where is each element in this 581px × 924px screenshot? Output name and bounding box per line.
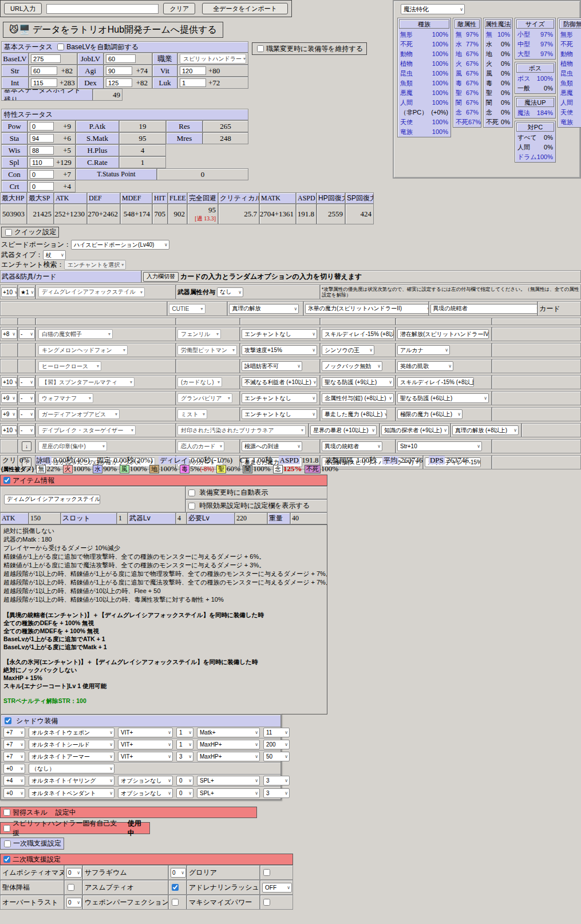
weapon-enchant1-select[interactable]: 真理の解放 <box>229 304 299 314</box>
item-select[interactable]: 白猫の魔女帽子 <box>38 329 113 339</box>
skill-level-select[interactable]: 0 <box>66 868 82 878</box>
shadow-opt1-value-select[interactable]: 1 <box>176 740 193 749</box>
dex-input[interactable] <box>106 78 132 87</box>
item-select[interactable]: ヒーロークロース <box>38 361 101 371</box>
learned-skills-checkbox[interactable] <box>3 809 10 816</box>
weapon-card-select[interactable]: CUTIE <box>169 304 205 314</box>
skill-checkbox[interactable] <box>68 884 74 891</box>
skill-checkbox[interactable] <box>172 899 179 906</box>
shadow-opt1-select[interactable]: オプションなし <box>118 788 173 798</box>
enchant-search-select[interactable]: エンチャントを選択 <box>64 260 126 270</box>
weapon-type-select[interactable]: 杖 <box>43 250 66 260</box>
weapon-enchant2-select[interactable]: 氷華の魔力(スピリットハンドラーII) <box>305 304 429 314</box>
specialization-select[interactable]: 魔法特化 <box>401 4 465 14</box>
shadow-opt2-select[interactable]: SPL+ <box>197 788 260 798</box>
enchant2-select[interactable]: ノックバック無効 <box>322 361 382 371</box>
weapon-enchant3-select[interactable]: 異境の統轄者 <box>430 304 538 314</box>
enchant1-select[interactable]: エンチャントなし <box>242 409 317 419</box>
enchant3-select[interactable]: スキルディレイ-15% (+8以上) <box>397 377 474 387</box>
shadow-opt2-value-select[interactable]: 200 <box>263 740 290 749</box>
card-select[interactable]: 封印された汚染されたブリナラネア <box>177 425 306 435</box>
skill-level-select[interactable]: 0 <box>66 898 82 907</box>
skill-level-select[interactable]: 0 <box>171 868 186 878</box>
card-select[interactable]: 労働型ピットマン <box>177 345 237 355</box>
shadow-item-select[interactable]: オルタネイトウェポン <box>29 728 114 737</box>
enchant1-select[interactable]: エンチャントなし <box>242 329 317 339</box>
shadow-equip-checkbox[interactable] <box>5 717 11 724</box>
card-select[interactable]: フェンリル <box>177 329 221 339</box>
job-select[interactable]: スピリットハンドラー <box>180 54 246 64</box>
shadow-item-select[interactable]: オルタネイトアーマー <box>29 752 114 761</box>
enchant3-select[interactable]: アルカナ <box>397 345 450 355</box>
card-select[interactable]: (カードなし) <box>177 377 222 387</box>
shadow-opt2-select[interactable]: MaxHP+ <box>197 752 260 761</box>
grade-select[interactable]: - <box>19 409 35 419</box>
refine-select[interactable]: +10 <box>1 425 17 435</box>
shadow-opt1-select[interactable]: VIT+ <box>118 752 173 761</box>
enchant2-select[interactable]: シンソウの王 <box>322 345 374 355</box>
grade-select[interactable]: - <box>19 425 35 435</box>
shadow-opt2-value-select[interactable]: 11 <box>263 728 290 737</box>
agi-input[interactable] <box>106 66 132 75</box>
shadow-opt2-select[interactable]: SPL+ <box>197 776 260 785</box>
shadow-opt1-value-select[interactable]: 3 <box>176 752 193 761</box>
url-input-button[interactable]: URL入力 <box>4 3 42 14</box>
enchant1-select[interactable]: 詠唱妨害不可 <box>242 361 302 371</box>
refine-select[interactable]: +9 <box>1 409 17 419</box>
shadow-opt2-value-select[interactable]: 50 <box>263 752 290 761</box>
grade-select[interactable]: - <box>19 393 35 403</box>
enchant1-select[interactable]: 星界の暴君 (+10以上) <box>310 425 377 435</box>
enchant1-select[interactable]: 攻撃速度+15% <box>242 345 317 355</box>
con-input[interactable] <box>30 170 54 179</box>
keep-equip-checkbox[interactable] <box>257 45 264 52</box>
shadow-opt1-value-select[interactable]: 0 <box>176 776 193 785</box>
enchant2-select[interactable]: スキルディレイ-15% (+8以上) <box>322 329 394 339</box>
skill-mode-select[interactable]: OFF <box>262 883 292 893</box>
item-select[interactable]: デイブレイク・スターゲイザー <box>38 425 136 435</box>
enchant1-select[interactable]: エンチャントなし <box>242 393 317 403</box>
int-input[interactable] <box>31 78 57 87</box>
learned-skills-bar[interactable]: 習得スキル 設定中 <box>0 807 257 818</box>
item-info-select[interactable]: ディムグレイシアフォックステイル <box>4 495 100 504</box>
item-select[interactable]: 星座の印章(集中) <box>38 441 107 451</box>
enchant2-select[interactable]: 異境の統轄者 <box>322 441 382 451</box>
item-info-checkbox[interactable] <box>3 477 10 484</box>
item-select[interactable]: 【習】スプンタアールマティ <box>38 377 135 387</box>
shadow-opt1-select[interactable]: VIT+ <box>118 740 173 749</box>
primary-support-box[interactable]: 一次職支援設定 <box>0 838 64 850</box>
import-all-button[interactable]: 全データをインポート <box>202 3 288 14</box>
enchant2-select[interactable]: 念属性付与(鎧) (+8以上) <box>322 393 394 403</box>
move-down-button[interactable]: ↓ <box>22 441 31 451</box>
enchant3-select[interactable]: 英雄の凱歌 <box>397 361 453 371</box>
spl-input[interactable] <box>30 158 54 167</box>
item-select[interactable]: ウォフマナフ <box>38 393 93 403</box>
shadow-opt1-value-select[interactable]: 1 <box>176 728 193 737</box>
enchant2-select[interactable]: 聖なる防護 (+9以上) <box>322 377 394 387</box>
shadow-refine-select[interactable]: +4 <box>3 776 25 785</box>
self-support-checkbox[interactable] <box>3 825 10 832</box>
weapon-item-select[interactable]: ディムグレイシアフォックステイル <box>38 287 145 297</box>
shadow-item-select[interactable]: オルタネイトシールド <box>29 740 114 749</box>
input-toggle-button[interactable]: 入力欄切替 <box>143 272 179 282</box>
crt-input[interactable] <box>30 182 54 191</box>
auto-show-checkbox[interactable] <box>188 489 195 496</box>
sta-input[interactable] <box>30 134 54 143</box>
str-input[interactable] <box>31 66 57 75</box>
timed-effect-checkbox[interactable] <box>188 503 195 510</box>
grade-select[interactable]: - <box>19 377 35 387</box>
card-select[interactable]: 恋人のカード <box>177 441 224 451</box>
card-select[interactable]: グランパピリア <box>177 393 232 403</box>
provide-data-button[interactable]: 😼🖥️ データをラトリオHub開発チームへ提供する <box>3 22 223 38</box>
shadow-opt2-select[interactable]: MaxHP+ <box>197 740 260 749</box>
weapon-grade-select[interactable]: ★1 <box>19 287 35 297</box>
grade-select[interactable]: - <box>19 329 35 339</box>
joblv-input[interactable] <box>106 54 136 63</box>
card-select[interactable]: ミスト <box>177 409 207 419</box>
weapon-attr-select[interactable]: なし <box>217 287 243 297</box>
enchant2-select[interactable]: 暴走した魔力 (+8以上) <box>322 409 387 419</box>
skill-checkbox[interactable] <box>263 899 270 906</box>
shadow-refine-select[interactable]: +0 <box>3 764 25 773</box>
enchant3-select[interactable]: 極限の魔力 (+6以上) <box>397 409 463 419</box>
wis-input[interactable] <box>30 146 54 155</box>
shadow-opt2-value-select[interactable]: 3 <box>263 788 290 798</box>
